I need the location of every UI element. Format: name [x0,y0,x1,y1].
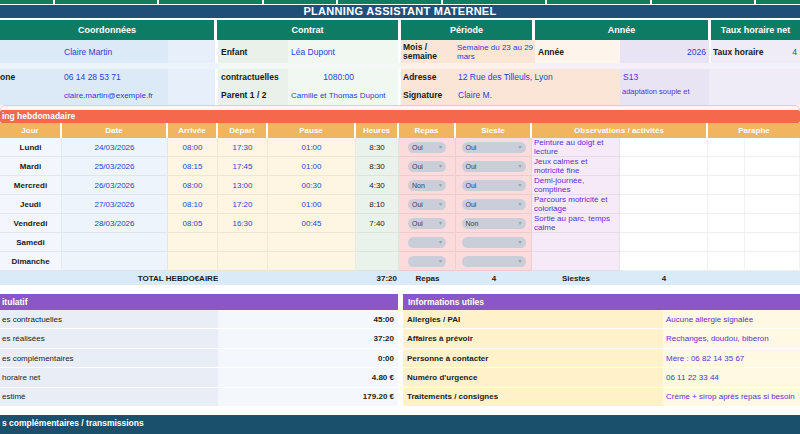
arrival-cell[interactable] [168,233,218,252]
pause-cell[interactable]: 00:30 [268,176,356,195]
col-header-pause: Pause [268,123,356,138]
info-value[interactable]: 06 11 22 33 44 [663,368,800,387]
pause-cell[interactable]: 01:00 [268,157,356,176]
observations-cell[interactable]: Demi-journée, comptines [532,176,620,195]
departure-cell[interactable] [218,252,268,271]
sieste-dropdown[interactable]: Oui▾ [462,161,526,172]
section-header-annee: Année [535,20,711,40]
departure-cell[interactable]: 17:45 [218,157,268,176]
paraphe-cell[interactable] [708,252,745,271]
arrival-cell[interactable] [168,252,218,271]
repas-dropdown[interactable]: ▾ [408,256,446,267]
info-value[interactable]: Rechanges, doudou, biberon [663,329,800,348]
arrival-cell[interactable]: 08:00 [168,138,218,157]
repas-dropdown[interactable]: Oui▾ [408,142,446,153]
recap-value: 179.20 € [218,388,403,407]
paraphe-cell[interactable] [708,176,745,195]
paraphe-cell[interactable] [745,233,800,252]
observations-cell[interactable]: Peinture au doigt et lecture [532,138,620,157]
observations-cell[interactable]: Parcours motricité et coloriage [532,195,620,214]
departure-cell[interactable]: 17:30 [218,138,268,157]
departure-cell[interactable] [218,233,268,252]
empty-cell [620,195,708,214]
hours-cell [356,252,399,271]
arrival-cell[interactable]: 08:05 [168,214,218,233]
date-cell[interactable]: 27/03/2026 [62,195,168,214]
name-cell[interactable]: Claire Martin [62,40,168,63]
info-value[interactable]: Aucune allergie signalée [663,310,800,329]
observations-cell[interactable]: Sortie au parc, temps calme [532,214,620,233]
sieste-cell: ▾ [456,252,532,271]
paraphe-cell[interactable] [745,195,800,214]
annee-cell[interactable]: 2026 [620,40,711,63]
email-cell[interactable]: claire.martin@exemple.fr [62,85,168,105]
date-cell[interactable]: 25/03/2026 [62,157,168,176]
sieste-cell: ▾ [456,233,532,252]
info-label: Personne à contacter [403,349,663,368]
paraphe-cell[interactable] [708,138,745,157]
chevron-down-icon: ▾ [518,258,521,264]
adresse-cell[interactable]: 12 Rue des Tilleuls, Lyon [455,69,620,85]
info-row-2: one 06 14 28 53 71 contractuelles 1080:0… [0,69,800,85]
date-cell[interactable]: 28/03/2026 [62,214,168,233]
info-value[interactable]: Mère : 06 82 14 35 67 [663,349,800,368]
telephone-label: one [0,69,62,85]
sieste-dropdown[interactable]: ▾ [462,256,526,267]
info-row-1: Claire Martin Enfant Léa Dupont Mois / s… [0,40,800,63]
repas-dropdown[interactable]: ▾ [408,237,446,248]
pause-cell[interactable]: 01:00 [268,195,356,214]
note-cell[interactable]: adaptation souple et [620,85,709,105]
arrival-cell[interactable]: 08:15 [168,157,218,176]
pause-cell[interactable] [268,252,356,271]
repas-dropdown[interactable]: Oui▾ [408,161,446,172]
section-header-coordonnees: Coordonnées [0,20,217,40]
paraphe-cell[interactable] [745,252,800,271]
paraphe-cell[interactable] [708,157,745,176]
paraphe-cell[interactable] [708,195,745,214]
repas-cell: ▾ [399,233,456,252]
date-cell[interactable] [62,252,168,271]
paraphe-cell[interactable] [745,138,800,157]
sieste-cell: Non▾ [456,214,532,233]
taux-horaire-cell[interactable]: 4 [769,40,800,63]
signature-cell[interactable]: Claire M. [455,85,620,105]
repas-dropdown[interactable]: Oui▾ [408,199,446,210]
date-cell[interactable]: 26/03/2026 [62,176,168,195]
col-header-sieste: Sieste [456,123,532,138]
code-cell[interactable]: S13 [620,69,709,85]
date-cell[interactable] [62,233,168,252]
sieste-dropdown[interactable]: Oui▾ [462,180,526,191]
sieste-dropdown[interactable]: Oui▾ [462,142,526,153]
contractuelles-cell[interactable]: 1080:00 [288,69,357,85]
departure-cell[interactable]: 13:00 [218,176,268,195]
info-label: Numéro d'urgence [403,368,663,387]
observations-cell[interactable] [532,233,620,252]
pause-cell[interactable]: 00:45 [268,214,356,233]
sieste-dropdown[interactable]: Non▾ [462,218,526,229]
departure-cell[interactable]: 16:30 [218,214,268,233]
departure-cell[interactable]: 17:20 [218,195,268,214]
paraphe-cell[interactable] [708,214,745,233]
paraphe-cell[interactable] [708,233,745,252]
spacer-cell [357,40,401,63]
enfant-cell[interactable]: Léa Dupont [288,40,357,63]
telephone-cell[interactable]: 06 14 28 53 71 [62,69,168,85]
paraphe-cell[interactable] [745,157,800,176]
arrival-cell[interactable]: 08:00 [168,176,218,195]
semaine-cell[interactable]: Semaine du 23 au 29 mars [455,40,535,63]
repas-dropdown[interactable]: Oui▾ [408,218,446,229]
sieste-dropdown[interactable]: Oui▾ [462,199,526,210]
observations-cell[interactable]: Jeux calmes et motricité fine [532,157,620,176]
repas-dropdown[interactable]: Non▾ [408,180,446,191]
observations-cell[interactable] [532,252,620,271]
pause-cell[interactable]: 01:00 [268,138,356,157]
paraphe-cell[interactable] [745,214,800,233]
chevron-down-icon: ▾ [439,239,442,245]
info-value[interactable]: Crème + sirop après repas si besoin [663,388,800,407]
pause-cell[interactable] [268,233,356,252]
paraphe-cell[interactable] [745,176,800,195]
date-cell[interactable]: 24/03/2026 [62,138,168,157]
parent-cell[interactable]: Camille et Thomas Dupont [288,85,401,105]
arrival-cell[interactable]: 08:10 [168,195,218,214]
sieste-dropdown[interactable]: ▾ [462,237,526,248]
